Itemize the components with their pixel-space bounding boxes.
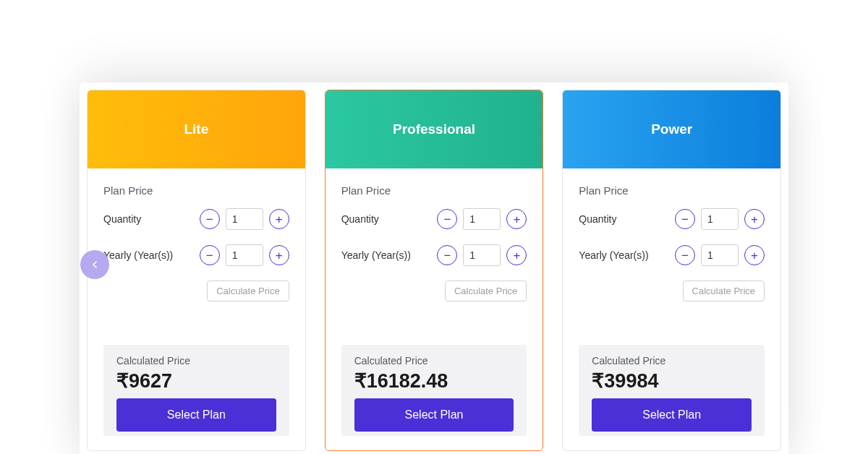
- plan-price-label: Plan Price: [579, 184, 765, 197]
- quantity-increase-button[interactable]: +: [506, 209, 527, 229]
- plan-name: Lite: [184, 121, 208, 137]
- plan-name: Professional: [393, 121, 475, 137]
- plan-header-professional: Professional: [326, 90, 543, 168]
- calculated-price-box: Calculated Price ₹16182.48 Select Plan: [341, 345, 527, 436]
- quantity-row: Quantity − +: [341, 208, 527, 230]
- years-increase-button[interactable]: +: [506, 245, 527, 265]
- quantity-label: Quantity: [341, 213, 438, 225]
- quantity-decrease-button[interactable]: −: [200, 209, 220, 229]
- calculated-price-value: ₹9627: [116, 369, 276, 393]
- plan-header-lite: Lite: [88, 90, 305, 168]
- plan-name: Power: [651, 121, 692, 137]
- quantity-label: Quantity: [103, 213, 200, 225]
- years-row: Yearly (Year(s)) − +: [579, 244, 765, 266]
- plan-card-power: Power Plan Price Quantity − + Yearly (Ye…: [562, 90, 781, 451]
- minus-icon: −: [206, 249, 213, 262]
- minus-icon: −: [443, 213, 451, 226]
- years-input[interactable]: [463, 244, 501, 266]
- plan-price-label: Plan Price: [341, 184, 527, 197]
- plan-price-label: Plan Price: [103, 184, 289, 197]
- pricing-cards-container: Lite Plan Price Quantity − + Yearly (Yea…: [80, 82, 788, 454]
- plan-header-power: Power: [563, 90, 780, 168]
- minus-icon: −: [681, 213, 689, 226]
- plus-icon: +: [513, 213, 520, 226]
- quantity-decrease-button[interactable]: −: [437, 209, 457, 229]
- calculated-price-box: Calculated Price ₹9627 Select Plan: [103, 345, 289, 436]
- plus-icon: +: [276, 213, 283, 226]
- calculated-price-label: Calculated Price: [354, 355, 514, 367]
- calculate-price-button[interactable]: Calculate Price: [445, 280, 527, 301]
- years-increase-button[interactable]: +: [744, 245, 765, 265]
- calculated-price-label: Calculated Price: [116, 355, 276, 367]
- plus-icon: +: [513, 249, 520, 262]
- years-stepper: − +: [437, 244, 527, 266]
- quantity-input[interactable]: [463, 208, 501, 230]
- quantity-stepper: − +: [437, 208, 527, 230]
- years-row: Yearly (Year(s)) − +: [103, 244, 289, 266]
- minus-icon: −: [443, 249, 451, 262]
- quantity-stepper: − +: [200, 208, 289, 230]
- plan-card-lite: Lite Plan Price Quantity − + Yearly (Yea…: [87, 90, 306, 451]
- quantity-input[interactable]: [701, 208, 739, 230]
- years-input[interactable]: [701, 244, 739, 266]
- plan-body: Plan Price Quantity − + Yearly (Year(s))…: [326, 168, 543, 450]
- plus-icon: +: [751, 213, 758, 226]
- years-label: Yearly (Year(s)): [341, 249, 438, 261]
- quantity-increase-button[interactable]: +: [744, 209, 765, 229]
- years-decrease-button[interactable]: −: [675, 245, 695, 265]
- calculated-price-label: Calculated Price: [592, 355, 752, 367]
- select-plan-button[interactable]: Select Plan: [354, 398, 514, 432]
- quantity-row: Quantity − +: [103, 208, 289, 230]
- select-plan-button[interactable]: Select Plan: [592, 398, 752, 432]
- calculated-price-box: Calculated Price ₹39984 Select Plan: [579, 345, 765, 436]
- plus-icon: +: [751, 249, 758, 262]
- years-stepper: − +: [200, 244, 289, 266]
- years-decrease-button[interactable]: −: [200, 245, 220, 265]
- years-label: Yearly (Year(s)): [579, 249, 675, 261]
- years-row: Yearly (Year(s)) − +: [341, 244, 527, 266]
- arrow-left-icon: [89, 259, 101, 270]
- calculated-price-value: ₹16182.48: [354, 369, 514, 393]
- calculate-price-button[interactable]: Calculate Price: [683, 280, 765, 301]
- plan-card-professional: Professional Plan Price Quantity − + Yea…: [325, 90, 544, 451]
- years-label: Yearly (Year(s)): [103, 249, 200, 261]
- plan-body: Plan Price Quantity − + Yearly (Year(s))…: [88, 168, 305, 450]
- quantity-row: Quantity − +: [579, 208, 765, 230]
- plus-icon: +: [276, 249, 283, 262]
- quantity-increase-button[interactable]: +: [269, 209, 289, 229]
- years-increase-button[interactable]: +: [269, 245, 289, 265]
- years-input[interactable]: [226, 244, 263, 266]
- quantity-decrease-button[interactable]: −: [675, 209, 695, 229]
- years-decrease-button[interactable]: −: [437, 245, 457, 265]
- quantity-input[interactable]: [226, 208, 263, 230]
- quantity-stepper: − +: [675, 208, 765, 230]
- quantity-label: Quantity: [579, 213, 675, 225]
- minus-icon: −: [681, 249, 689, 262]
- minus-icon: −: [206, 213, 213, 226]
- calculate-price-button[interactable]: Calculate Price: [207, 280, 289, 301]
- calculated-price-value: ₹39984: [592, 369, 752, 393]
- years-stepper: − +: [675, 244, 765, 266]
- nav-back-button[interactable]: [80, 250, 109, 279]
- select-plan-button[interactable]: Select Plan: [116, 398, 276, 432]
- plan-body: Plan Price Quantity − + Yearly (Year(s))…: [563, 168, 780, 450]
